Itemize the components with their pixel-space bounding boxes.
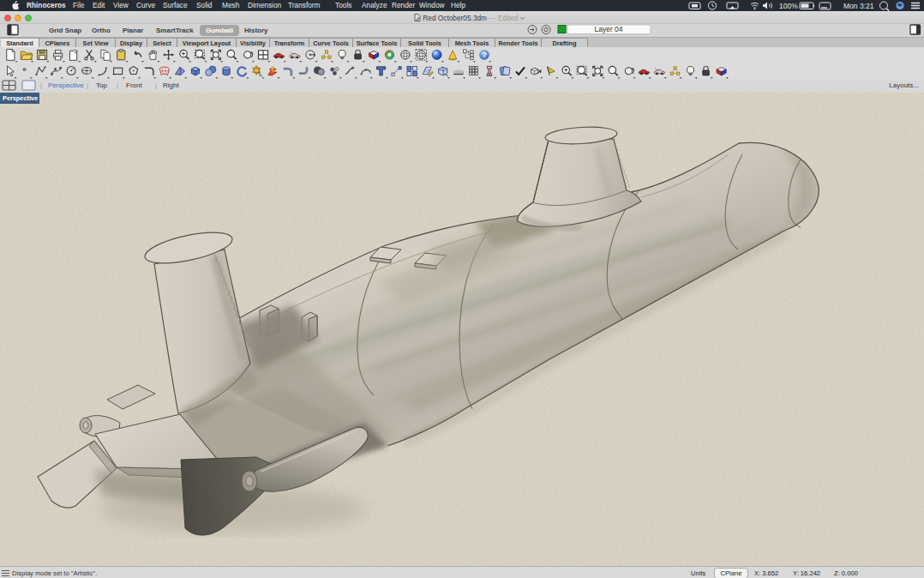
svg-text:Mon 3:21: Mon 3:21 [843, 2, 874, 10]
svg-text:?: ? [482, 51, 487, 59]
svg-text:Layer 04: Layer 04 [594, 25, 622, 33]
svg-text:100%: 100% [779, 2, 798, 10]
